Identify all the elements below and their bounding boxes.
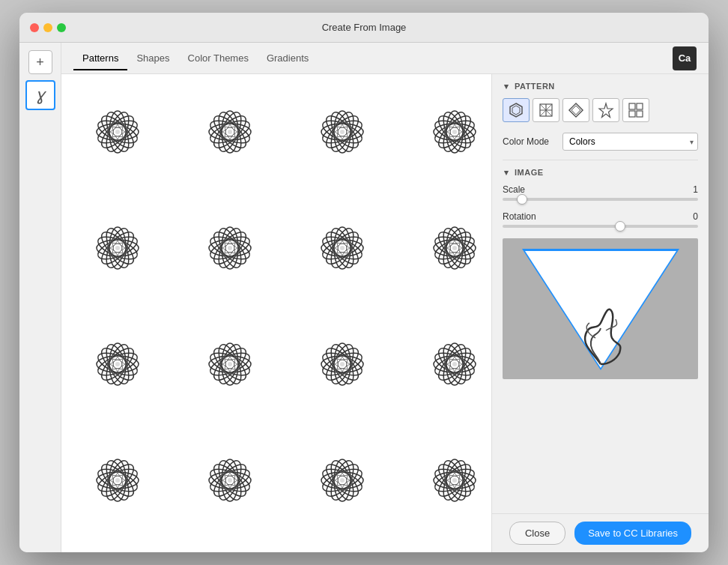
image-preview-box [503, 238, 698, 379]
add-button[interactable]: + [28, 50, 52, 74]
tab-shapes[interactable]: Shapes [127, 46, 178, 70]
window-title: Create From Image [322, 22, 407, 33]
svg-marker-17 [512, 106, 520, 115]
svg-rect-15 [61, 74, 491, 552]
svg-rect-26 [629, 103, 635, 109]
image-section-header: ▾ IMAGE [503, 168, 698, 177]
scale-track[interactable] [503, 198, 698, 201]
pattern-section-header: ▾ PATTERN [503, 82, 698, 91]
tab-color-themes[interactable]: Color Themes [179, 46, 258, 70]
bottom-buttons: Close Save to CC Libraries [492, 513, 709, 552]
close-traffic-light[interactable] [30, 23, 39, 32]
rotation-label-row: Rotation 0 [503, 211, 698, 222]
scale-row: Scale 1 [503, 184, 698, 201]
tab-bar: Patterns Shapes Color Themes Gradients C… [61, 43, 709, 74]
svg-rect-27 [637, 103, 643, 109]
maximize-traffic-light[interactable] [57, 23, 66, 32]
color-mode-label: Color Mode [503, 136, 562, 147]
close-button[interactable]: Close [509, 522, 565, 545]
sketch-svg [567, 289, 634, 372]
pattern-chevron-icon[interactable]: ▾ [503, 82, 510, 90]
pattern-icon-grid[interactable] [622, 98, 649, 122]
traffic-lights [30, 23, 66, 32]
title-bar: Create From Image [19, 13, 709, 43]
sidebar-thumb-letter: ɣ [35, 85, 45, 105]
body-area: Patterns Shapes Color Themes Gradients C… [61, 43, 709, 552]
rotation-track[interactable] [503, 225, 698, 228]
pattern-icon-diamond[interactable] [562, 98, 589, 122]
pattern-preview [61, 74, 491, 552]
svg-rect-29 [637, 111, 643, 117]
rotation-row: Rotation 0 [503, 211, 698, 228]
pattern-svg [61, 74, 491, 552]
svg-rect-28 [629, 111, 635, 117]
pattern-icon-cross[interactable] [533, 98, 559, 122]
tab-gradients[interactable]: Gradients [258, 46, 318, 70]
svg-marker-25 [599, 103, 613, 118]
right-panel: ▾ PATTERN [491, 74, 709, 552]
pattern-icon-star[interactable] [592, 98, 619, 122]
scale-label-row: Scale 1 [503, 184, 698, 195]
pattern-icons-row [503, 98, 698, 122]
rotation-label: Rotation [503, 211, 536, 222]
rotation-thumb[interactable] [615, 221, 625, 232]
color-mode-select[interactable]: Colors Black and White Grayscale [562, 133, 698, 151]
main-content: + ɣ Patterns Shapes Color Themes Gradien… [19, 43, 709, 552]
pattern-canvas [61, 74, 491, 552]
minimize-traffic-light[interactable] [43, 23, 52, 32]
pattern-section-label: PATTERN [515, 82, 555, 91]
rotation-value: 0 [693, 211, 698, 222]
save-button[interactable]: Save to CC Libraries [574, 522, 691, 545]
section-divider-1 [503, 160, 698, 160]
cc-logo: Ca [673, 46, 697, 70]
app-window: Create From Image + ɣ Patterns Shapes Co… [19, 13, 709, 552]
pattern-icon-hex[interactable] [503, 98, 530, 122]
image-section-label: IMAGE [515, 168, 544, 177]
color-mode-select-wrapper: Colors Black and White Grayscale ▾ [562, 133, 698, 151]
scale-thumb[interactable] [517, 194, 527, 205]
tab-patterns[interactable]: Patterns [73, 46, 127, 70]
color-mode-row: Color Mode Colors Black and White Graysc… [503, 133, 698, 151]
scale-value: 1 [693, 184, 698, 195]
sidebar-thumbnail[interactable]: ɣ [25, 80, 55, 110]
sidebar: + ɣ [19, 43, 61, 552]
scale-label: Scale [503, 184, 525, 195]
image-chevron-icon[interactable]: ▾ [503, 169, 510, 176]
